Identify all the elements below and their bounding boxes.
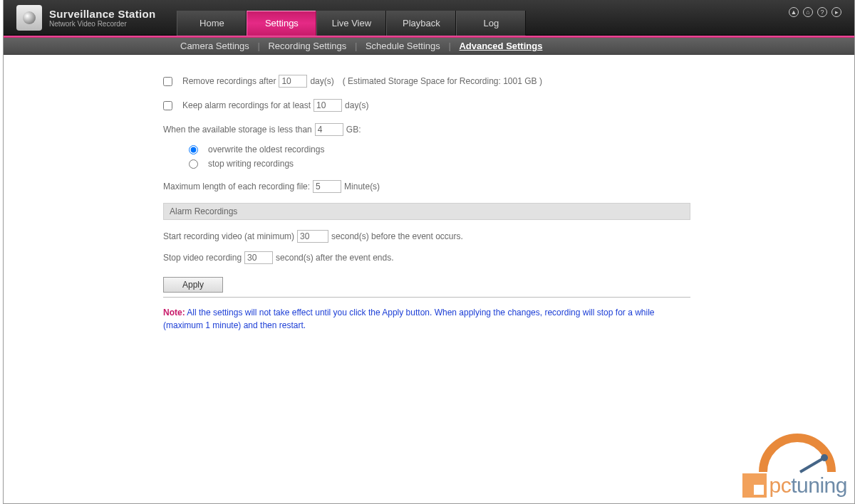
maxlen-label-post: Minute(s) <box>344 182 380 191</box>
remove-recordings-checkbox[interactable] <box>163 77 172 86</box>
watermark-square-icon <box>742 473 767 498</box>
app-title: Surveillance Station <box>49 8 155 20</box>
remove-recordings-days-input[interactable] <box>279 75 307 88</box>
storage-estimate-text: ( Estimated Storage Space for Recording:… <box>343 76 542 86</box>
avail-storage-label-post: GB: <box>346 125 361 135</box>
tab-settings[interactable]: Settings <box>247 11 316 36</box>
keep-alarm-checkbox[interactable] <box>163 101 172 110</box>
alarm-start-seconds-input[interactable] <box>297 230 328 243</box>
alarm-start-label-pre: Start recording video (at minimum) <box>163 231 294 241</box>
subtab-camera-settings[interactable]: Camera Settings <box>177 41 252 51</box>
keep-alarm-days-input[interactable] <box>314 99 342 112</box>
subtab-schedule-settings[interactable]: Schedule Settings <box>363 41 443 51</box>
alarm-section-header: Alarm Recordings <box>163 203 690 220</box>
watermark: pctuning <box>742 473 847 498</box>
remove-recordings-label-pre: Remove recordings after <box>182 76 276 86</box>
app-header: Surveillance Station Network Video Recor… <box>4 0 854 36</box>
overwrite-radio-label: overwrite the oldest recordings <box>208 145 324 154</box>
alarm-stop-label-post: second(s) after the event ends. <box>276 253 393 263</box>
overwrite-radio[interactable] <box>189 145 198 154</box>
note-block: Note: All the settings will not take eff… <box>163 306 690 332</box>
note-label: Note: <box>163 308 185 317</box>
logo: Surveillance Station Network Video Recor… <box>16 5 155 31</box>
tab-home[interactable]: Home <box>177 11 247 36</box>
user-icon[interactable]: ▲ <box>789 7 799 17</box>
note-text: All the settings will not take effect un… <box>163 308 654 330</box>
alarm-stop-label-pre: Stop video recording <box>163 253 242 263</box>
avail-storage-label-pre: When the available storage is less than <box>163 125 312 135</box>
svg-line-1 <box>800 458 824 472</box>
subtab-recording-settings[interactable]: Recording Settings <box>265 41 349 51</box>
maxlen-minutes-input[interactable] <box>313 180 341 193</box>
header-icon-bar: ▲ ⌂ ? ▸ <box>789 7 841 17</box>
maxlen-label-pre: Maximum length of each recording file: <box>163 182 310 191</box>
tab-playback[interactable]: Playback <box>386 11 456 36</box>
alarm-start-label-post: second(s) before the event occurs. <box>331 231 463 241</box>
sub-nav: Camera Settings | Recording Settings | S… <box>4 38 854 55</box>
help-icon[interactable]: ? <box>817 7 827 17</box>
camera-icon <box>16 5 42 31</box>
stop-writing-radio[interactable] <box>189 159 198 169</box>
app-subtitle: Network Video Recorder <box>49 20 155 28</box>
horizontal-divider <box>163 297 690 298</box>
tab-live-view[interactable]: Live View <box>316 11 386 36</box>
stop-writing-radio-label: stop writing recordings <box>208 159 294 169</box>
apply-button[interactable]: Apply <box>163 277 223 293</box>
alarm-stop-seconds-input[interactable] <box>244 251 273 264</box>
avail-storage-gb-input[interactable] <box>315 123 343 136</box>
watermark-arc-icon <box>759 434 844 476</box>
keep-alarm-label-post: day(s) <box>345 100 368 110</box>
home-icon[interactable]: ⌂ <box>803 7 813 17</box>
logout-icon[interactable]: ▸ <box>831 7 841 17</box>
tab-log[interactable]: Log <box>456 11 526 36</box>
keep-alarm-label-pre: Keep alarm recordings for at least <box>182 100 311 110</box>
subtab-advanced-settings[interactable]: Advanced Settings <box>456 41 545 51</box>
watermark-text: pctuning <box>770 473 847 498</box>
content-area: Remove recordings after day(s) ( Estimat… <box>4 55 695 332</box>
main-tabs: Home Settings Live View Playback Log <box>177 0 526 36</box>
remove-recordings-label-post: day(s) <box>310 76 333 86</box>
